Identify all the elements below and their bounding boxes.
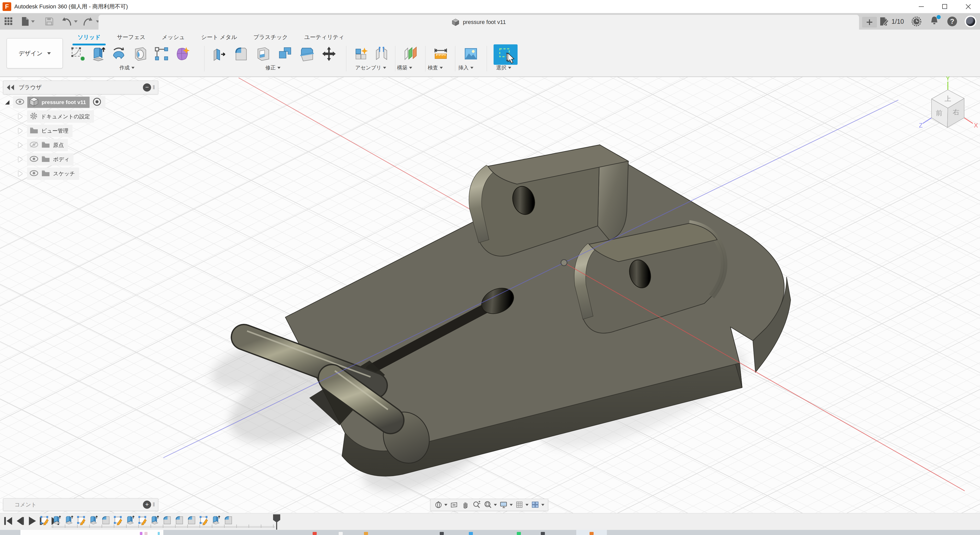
taskbar-icon[interactable] — [145, 532, 148, 535]
browser-item[interactable]: スケッチ — [3, 167, 166, 180]
timeline-feature-extrude[interactable] — [126, 514, 135, 525]
step-back-button[interactable] — [15, 515, 25, 528]
ribbon-tab-メッシュ[interactable]: メッシュ — [154, 31, 193, 43]
browser-item-label[interactable]: スケッチ — [53, 170, 75, 177]
timeline-feature-extrude[interactable] — [211, 514, 221, 525]
taskbar-icon[interactable] — [541, 532, 545, 535]
browser-item[interactable]: ボディ — [3, 153, 166, 166]
clock-icon[interactable] — [911, 16, 922, 27]
group-label-inspect[interactable]: 検査 — [428, 64, 443, 71]
collapsed-arrow-icon[interactable] — [18, 114, 22, 119]
avatar[interactable] — [965, 16, 977, 27]
timeline-position-marker[interactable] — [272, 514, 282, 530]
group-label-select[interactable]: 選択 — [496, 64, 511, 71]
play-button[interactable] — [27, 515, 37, 528]
panel-grip[interactable]: ‖ — [153, 84, 156, 91]
taskbar-active-app[interactable] — [576, 530, 607, 535]
view-cube[interactable]: Y Z X 上 前 右 — [918, 76, 980, 135]
workspace-switcher[interactable]: デザイン — [6, 38, 63, 68]
taskbar-icon[interactable] — [517, 532, 521, 535]
pattern-button[interactable] — [153, 45, 170, 62]
display-settings-icon[interactable] — [500, 500, 513, 509]
create-sketch-button[interactable] — [69, 45, 86, 62]
collapse-panel-icon[interactable] — [6, 85, 15, 90]
visibility-eye-icon[interactable] — [16, 99, 24, 106]
shell-button[interactable] — [255, 45, 272, 62]
timeline-ruler[interactable] — [51, 526, 275, 528]
visibility-eye-off-icon[interactable] — [30, 141, 38, 149]
visibility-eye-icon[interactable] — [30, 170, 38, 177]
ribbon-tab-ユーティリティ[interactable]: ユーティリティ — [296, 31, 352, 43]
expand-arrow-icon[interactable] — [5, 100, 10, 105]
browser-item-label[interactable]: 原点 — [53, 141, 64, 149]
press-pull-button[interactable] — [211, 45, 228, 62]
comment-bar[interactable]: コメント + ‖ — [3, 498, 158, 511]
collapsed-arrow-icon[interactable] — [18, 157, 22, 162]
split-body-button[interactable] — [299, 45, 315, 62]
joint-button[interactable] — [373, 45, 390, 62]
viewports-icon[interactable] — [531, 500, 544, 509]
group-label-create[interactable]: 作成 — [119, 64, 135, 71]
group-label-construct[interactable]: 構築 — [397, 64, 412, 71]
save-button[interactable] — [45, 16, 54, 27]
group-label-assemble[interactable]: アセンブリ — [355, 64, 386, 71]
taskbar-icon[interactable] — [140, 532, 142, 535]
create-form-button[interactable] — [173, 45, 190, 62]
activate-component-radio[interactable] — [93, 97, 101, 107]
browser-item[interactable]: ビュー管理 — [3, 124, 166, 137]
browser-item-label[interactable]: ドキュメントの設定 — [41, 113, 90, 120]
pan-icon[interactable] — [461, 500, 470, 509]
origin-marker[interactable] — [561, 260, 567, 266]
ribbon-tab-ソリッド[interactable]: ソリッド — [69, 31, 109, 43]
new-component-button[interactable] — [353, 45, 369, 62]
taskbar-icon[interactable] — [364, 532, 368, 535]
combine-button[interactable] — [277, 45, 293, 62]
orbit-icon[interactable] — [434, 500, 447, 509]
measure-button[interactable] — [432, 45, 449, 62]
timeline-feature-sketch[interactable] — [199, 514, 209, 525]
new-tab-button[interactable] — [862, 17, 877, 27]
timeline-feature-extrude[interactable] — [150, 514, 160, 525]
timeline-feature-sketch[interactable] — [76, 514, 86, 525]
group-label-modify[interactable]: 修正 — [266, 64, 280, 71]
job-status-badge[interactable]: 1/10 — [879, 16, 904, 27]
help-icon[interactable]: ? — [947, 16, 958, 27]
zoom-window-icon[interactable] — [484, 500, 497, 509]
browser-item-label[interactable]: ボディ — [53, 156, 69, 163]
document-tab[interactable]: pressure foot v11 — [99, 15, 859, 30]
look-at-icon[interactable] — [450, 500, 458, 509]
timeline-feature-extrude[interactable] — [64, 514, 74, 525]
group-label-insert[interactable]: 挿入 — [458, 64, 473, 71]
maximize-button[interactable] — [933, 0, 956, 13]
file-menu-button[interactable] — [21, 16, 35, 27]
ribbon-tab-プラスチック[interactable]: プラスチック — [245, 31, 296, 43]
ribbon-tab-シート メタル[interactable]: シート メタル — [193, 31, 245, 43]
browser-item-root[interactable]: pressure foot v11 — [3, 96, 166, 109]
timeline-feature-fillet[interactable] — [162, 514, 172, 525]
add-comment-icon[interactable]: + — [143, 500, 151, 509]
notifications-button[interactable] — [929, 16, 940, 27]
close-button[interactable] — [956, 0, 980, 13]
timeline-feature-sketch[interactable] — [40, 514, 49, 525]
timeline-feature-fillet[interactable] — [224, 514, 233, 525]
collapsed-arrow-icon[interactable] — [18, 128, 22, 133]
taskbar-icon[interactable] — [440, 532, 444, 535]
taskbar-icon[interactable] — [469, 532, 473, 535]
timeline-feature-extrude[interactable] — [52, 514, 62, 525]
insert-button[interactable] — [463, 45, 479, 62]
hole-button[interactable] — [132, 45, 148, 62]
revolve-button[interactable] — [110, 45, 127, 62]
taskbar-icon[interactable] — [339, 532, 343, 535]
timeline-feature-fillet[interactable] — [187, 514, 197, 525]
collapsed-arrow-icon[interactable] — [18, 171, 22, 176]
collapsed-arrow-icon[interactable] — [18, 142, 22, 148]
taskbar-icon[interactable] — [313, 532, 317, 535]
browser-item-label[interactable]: ビュー管理 — [41, 127, 68, 134]
timeline-feature-fillet[interactable] — [101, 514, 111, 525]
undo-button[interactable] — [61, 16, 78, 27]
redo-button[interactable] — [83, 16, 100, 27]
app-grid-icon[interactable] — [4, 16, 13, 27]
go-to-start-button[interactable] — [3, 515, 13, 528]
extrude-button[interactable] — [90, 45, 107, 62]
windows-taskbar[interactable] — [0, 530, 980, 535]
